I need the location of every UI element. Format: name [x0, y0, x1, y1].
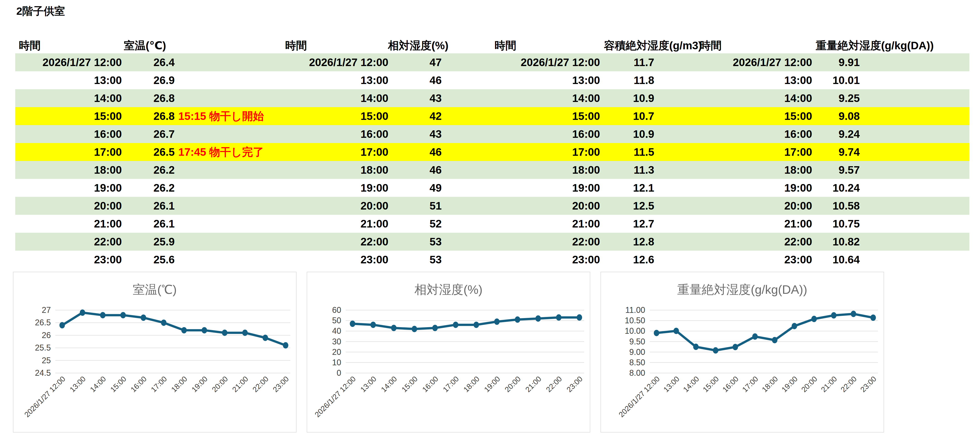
value-cell[interactable]: 26.5 — [154, 143, 175, 161]
value-cell[interactable]: 26.8 — [154, 107, 175, 125]
value-cell[interactable]: 52 — [430, 215, 442, 233]
value-cell[interactable]: 12.1 — [633, 179, 654, 197]
time-cell[interactable]: 16:00 — [361, 125, 388, 143]
value-cell[interactable]: 53 — [430, 233, 442, 251]
time-cell[interactable]: 18:00 — [361, 161, 388, 179]
time-cell[interactable]: 20:00 — [361, 197, 388, 215]
time-cell[interactable]: 22:00 — [361, 233, 388, 251]
value-cell[interactable]: 47 — [430, 53, 442, 71]
time-cell[interactable]: 20:00 — [784, 197, 812, 215]
value-cell[interactable]: 46 — [430, 71, 442, 89]
value-cell[interactable]: 10.24 — [832, 179, 860, 197]
value-cell[interactable]: 46 — [430, 161, 442, 179]
value-cell[interactable]: 12.5 — [633, 197, 654, 215]
value-cell[interactable]: 9.74 — [839, 143, 860, 161]
value-cell[interactable]: 10.9 — [633, 125, 654, 143]
time-cell[interactable]: 2026/1/27 12:00 — [43, 53, 122, 71]
time-cell[interactable]: 17:00 — [361, 143, 388, 161]
value-cell[interactable]: 26.1 — [154, 197, 175, 215]
time-cell[interactable]: 21:00 — [361, 215, 388, 233]
value-cell[interactable]: 11.3 — [633, 161, 654, 179]
time-cell[interactable]: 20:00 — [94, 197, 122, 215]
value-cell[interactable]: 12.6 — [633, 251, 654, 269]
value-cell[interactable]: 12.8 — [633, 233, 654, 251]
time-cell[interactable]: 2026/1/27 12:00 — [309, 53, 388, 71]
page-title[interactable]: 2階子供室 — [16, 4, 65, 18]
time-cell[interactable]: 13:00 — [361, 71, 388, 89]
value-cell[interactable]: 26.7 — [154, 125, 175, 143]
value-cell[interactable]: 26.2 — [154, 179, 175, 197]
value-cell[interactable]: 43 — [430, 125, 442, 143]
value-cell[interactable]: 10.82 — [832, 233, 860, 251]
time-cell[interactable]: 16:00 — [94, 125, 122, 143]
value-cell[interactable]: 43 — [430, 89, 442, 107]
time-cell[interactable]: 15:00 — [572, 107, 600, 125]
time-cell[interactable]: 17:00 — [94, 143, 122, 161]
chart-room-temp[interactable]: 室温(℃)2726.52625.52524.52026/1/27 12:0013… — [13, 272, 296, 432]
time-cell[interactable]: 14:00 — [572, 89, 600, 107]
header-weight-absolute-humidity[interactable]: 重量絶対湿度(g/kg(DA)) — [816, 38, 934, 53]
time-cell[interactable]: 15:00 — [784, 107, 812, 125]
value-cell[interactable]: 12.7 — [633, 215, 654, 233]
header-time-3[interactable]: 時間 — [495, 38, 516, 53]
value-cell[interactable]: 9.08 — [839, 107, 860, 125]
chart-relative-humidity[interactable]: 相対湿度(%)60504030201002026/1/27 12:0013:00… — [307, 272, 590, 432]
value-cell[interactable]: 11.7 — [633, 53, 654, 71]
time-cell[interactable]: 17:00 — [784, 143, 812, 161]
value-cell[interactable]: 9.91 — [839, 53, 860, 71]
time-cell[interactable]: 21:00 — [94, 215, 122, 233]
time-cell[interactable]: 13:00 — [94, 71, 122, 89]
header-room-temp[interactable]: 室温(℃) — [124, 38, 166, 53]
time-cell[interactable]: 23:00 — [572, 251, 600, 269]
value-cell[interactable]: 10.58 — [832, 197, 860, 215]
time-cell[interactable]: 21:00 — [784, 215, 812, 233]
value-cell[interactable]: 11.8 — [633, 71, 654, 89]
header-time-2[interactable]: 時間 — [285, 38, 307, 53]
time-cell[interactable]: 19:00 — [784, 179, 812, 197]
value-cell[interactable]: 26.9 — [154, 71, 175, 89]
value-cell[interactable]: 26.1 — [154, 215, 175, 233]
value-cell[interactable]: 46 — [430, 143, 442, 161]
header-time-1[interactable]: 時間 — [19, 38, 41, 53]
time-cell[interactable]: 13:00 — [784, 71, 812, 89]
time-cell[interactable]: 21:00 — [572, 215, 600, 233]
time-cell[interactable]: 19:00 — [361, 179, 388, 197]
time-cell[interactable]: 15:00 — [361, 107, 388, 125]
time-cell[interactable]: 14:00 — [94, 89, 122, 107]
time-cell[interactable]: 19:00 — [572, 179, 600, 197]
value-cell[interactable]: 26.2 — [154, 161, 175, 179]
time-cell[interactable]: 18:00 — [784, 161, 812, 179]
value-cell[interactable]: 11.5 — [633, 143, 654, 161]
value-cell[interactable]: 10.7 — [633, 107, 654, 125]
value-cell[interactable]: 49 — [430, 179, 442, 197]
value-cell[interactable]: 9.25 — [839, 89, 860, 107]
time-cell[interactable]: 19:00 — [94, 179, 122, 197]
chart-weight-absolute-humidity[interactable]: 重量絶対湿度(g/kg(DA))11.0010.5010.009.509.008… — [600, 272, 884, 432]
time-cell[interactable]: 22:00 — [784, 233, 812, 251]
time-cell[interactable]: 14:00 — [784, 89, 812, 107]
header-time-4[interactable]: 時間 — [700, 38, 722, 53]
time-cell[interactable]: 20:00 — [572, 197, 600, 215]
time-cell[interactable]: 2026/1/27 12:00 — [520, 53, 600, 71]
value-cell[interactable]: 10.01 — [832, 71, 860, 89]
value-cell[interactable]: 53 — [430, 251, 442, 269]
time-cell[interactable]: 13:00 — [572, 71, 600, 89]
value-cell[interactable]: 9.24 — [839, 125, 860, 143]
time-cell[interactable]: 16:00 — [784, 125, 812, 143]
value-cell[interactable]: 26.4 — [154, 53, 175, 71]
time-cell[interactable]: 2026/1/27 12:00 — [733, 53, 812, 71]
value-cell[interactable]: 42 — [430, 107, 442, 125]
value-cell[interactable]: 26.8 — [154, 89, 175, 107]
time-cell[interactable]: 18:00 — [572, 161, 600, 179]
time-cell[interactable]: 18:00 — [94, 161, 122, 179]
value-cell[interactable]: 10.75 — [832, 215, 860, 233]
time-cell[interactable]: 22:00 — [94, 233, 122, 251]
time-cell[interactable]: 22:00 — [572, 233, 600, 251]
header-relative-humidity[interactable]: 相対湿度(%) — [388, 38, 449, 53]
value-cell[interactable]: 25.6 — [154, 251, 175, 269]
time-cell[interactable]: 16:00 — [572, 125, 600, 143]
value-cell[interactable]: 51 — [430, 197, 442, 215]
time-cell[interactable]: 17:00 — [572, 143, 600, 161]
value-cell[interactable]: 9.57 — [839, 161, 860, 179]
time-cell[interactable]: 23:00 — [94, 251, 122, 269]
